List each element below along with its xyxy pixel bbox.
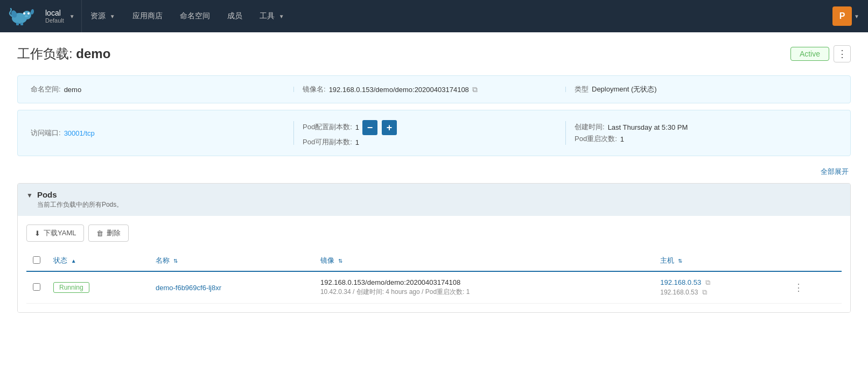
table-header-name[interactable]: 名称 ⇅ bbox=[149, 250, 314, 271]
table-header-checkbox bbox=[26, 250, 47, 271]
cluster-selector[interactable]: local Default ▼ bbox=[39, 0, 82, 32]
page-header: 工作负载: demo Active ⋮ bbox=[17, 45, 851, 62]
more-actions-button[interactable]: ⋮ bbox=[834, 45, 851, 62]
increase-replica-button[interactable]: + bbox=[382, 120, 397, 135]
svg-point-4 bbox=[27, 12, 30, 15]
user-dropdown-icon: ▼ bbox=[854, 13, 859, 19]
cluster-dropdown-icon: ▼ bbox=[69, 13, 75, 19]
host-copy-icon[interactable]: ⧉ bbox=[705, 278, 710, 286]
table-header-image[interactable]: 镜像 ⇅ bbox=[314, 250, 654, 271]
host-secondary-copy-icon[interactable]: ⧉ bbox=[702, 288, 707, 297]
namespace-cell: 命名空间: demo bbox=[31, 85, 293, 94]
port-cell: 访问端口: 30001/tcp bbox=[31, 128, 293, 138]
main-content: 工作负载: demo Active ⋮ 命名空间: demo 镜像名: 192.… bbox=[0, 32, 868, 386]
delete-icon: 🗑 bbox=[96, 229, 103, 237]
tools-dropdown-icon: ▼ bbox=[279, 13, 284, 19]
nav-right: P ▼ bbox=[832, 6, 859, 26]
collapse-arrow-icon[interactable]: ▼ bbox=[26, 192, 33, 199]
pods-section: ▼ Pods 当前工作负载中的所有Pods。 ⬇ 下载YAML 🗑 删除 bbox=[17, 183, 851, 313]
table-row: Running demo-f6b969cf6-lj8xr 192.168.0.1… bbox=[26, 271, 842, 304]
row-checkbox[interactable] bbox=[33, 283, 40, 291]
type-cell: 类型 Deployment (无状态) bbox=[566, 85, 837, 94]
select-all-checkbox[interactable] bbox=[33, 256, 40, 264]
image-sort-icon: ⇅ bbox=[338, 258, 342, 264]
svg-point-3 bbox=[23, 12, 25, 15]
cluster-env: Default bbox=[45, 17, 64, 24]
row-image-cell: 192.168.0.153/demo/demo:20200403174108 1… bbox=[314, 271, 654, 304]
row-status-cell: Running bbox=[47, 271, 149, 304]
svg-point-1 bbox=[23, 11, 31, 19]
name-sort-icon: ⇅ bbox=[173, 258, 178, 264]
brand bbox=[9, 6, 34, 26]
status-badge: Active bbox=[790, 47, 829, 61]
navbar: local Default ▼ 资源 ▼ 应用商店 命名空间 成员 工具 ▼ P… bbox=[0, 0, 868, 32]
svg-rect-7 bbox=[20, 23, 23, 25]
row-checkbox-cell bbox=[26, 271, 47, 304]
svg-point-5 bbox=[25, 15, 28, 17]
decrease-replica-button[interactable]: − bbox=[362, 120, 377, 135]
info-card-2: 访问端口: 30001/tcp Pod配置副本数: 1 − + Pod可用副本数… bbox=[17, 110, 851, 156]
pods-title: Pods bbox=[37, 190, 123, 199]
brand-logo bbox=[9, 6, 34, 26]
cluster-name: local bbox=[45, 9, 64, 17]
nav-item-namespace[interactable]: 命名空间 bbox=[171, 0, 219, 32]
header-actions: Active ⋮ bbox=[790, 45, 851, 62]
user-avatar[interactable]: P bbox=[832, 6, 852, 26]
row-more-cell: ⋮ bbox=[785, 271, 842, 304]
download-yaml-button[interactable]: ⬇ 下载YAML bbox=[26, 224, 84, 242]
download-icon: ⬇ bbox=[34, 229, 40, 237]
delete-button[interactable]: 🗑 删除 bbox=[88, 224, 129, 242]
expand-all-row: 全部展开 bbox=[17, 163, 851, 181]
resources-dropdown-icon: ▼ bbox=[110, 13, 115, 19]
pods-table: 状态 ▲ 名称 ⇅ 镜像 ⇅ 主机 ⇅ bbox=[26, 250, 842, 304]
nav-menu: 资源 ▼ 应用商店 命名空间 成员 工具 ▼ bbox=[82, 0, 832, 32]
row-host-cell: 192.168.0.53 ⧉ 192.168.0.53 ⧉ bbox=[654, 271, 785, 304]
image-cell: 镜像名: 192.168.0.153/demo/demo:20200403174… bbox=[294, 85, 565, 94]
pod-image-secondary: 10.42.0.34 / 创建时间: 4 hours ago / Pod重启次数… bbox=[320, 287, 647, 297]
pod-image-primary: 192.168.0.153/demo/demo:20200403174108 bbox=[320, 278, 647, 286]
row-name-cell: demo-f6b969cf6-lj8xr bbox=[149, 271, 314, 304]
nav-item-appstore[interactable]: 应用商店 bbox=[124, 0, 171, 32]
table-actions: ⬇ 下载YAML 🗑 删除 bbox=[26, 224, 842, 242]
replica-controls: − + bbox=[362, 120, 397, 135]
host-primary-link[interactable]: 192.168.0.53 bbox=[660, 278, 701, 286]
nav-item-resources[interactable]: 资源 ▼ bbox=[82, 0, 124, 32]
nav-item-members[interactable]: 成员 bbox=[219, 0, 251, 32]
table-header-host[interactable]: 主机 ⇅ bbox=[654, 250, 785, 271]
status-sort-icon: ▲ bbox=[71, 258, 76, 264]
table-header-status[interactable]: 状态 ▲ bbox=[47, 250, 149, 271]
replicas-cell: Pod配置副本数: 1 − + Pod可用副本数: 1 bbox=[294, 119, 565, 147]
expand-all-link[interactable]: 全部展开 bbox=[821, 167, 849, 177]
row-more-button[interactable]: ⋮ bbox=[792, 279, 806, 296]
image-copy-icon[interactable]: ⧉ bbox=[472, 85, 478, 94]
svg-rect-6 bbox=[16, 23, 19, 25]
page-title: 工作负载: demo bbox=[17, 45, 110, 62]
pods-header: ▼ Pods 当前工作负载中的所有Pods。 bbox=[18, 184, 850, 216]
pods-subtitle: 当前工作负载中的所有Pods。 bbox=[37, 200, 123, 209]
table-header-actions bbox=[785, 250, 842, 271]
pod-name-link[interactable]: demo-f6b969cf6-lj8xr bbox=[156, 284, 221, 292]
nav-item-tools[interactable]: 工具 ▼ bbox=[251, 0, 293, 32]
row-status-badge: Running bbox=[53, 282, 89, 293]
created-cell: 创建时间: Last Thursday at 5:30 PM Pod重启次数: … bbox=[566, 122, 837, 144]
host-secondary-text: 192.168.0.53 bbox=[660, 289, 698, 296]
host-sort-icon: ⇅ bbox=[678, 258, 682, 264]
info-card-1: 命名空间: demo 镜像名: 192.168.0.153/demo/demo:… bbox=[17, 75, 851, 103]
pods-table-area: ⬇ 下载YAML 🗑 删除 状态 ▲ bbox=[18, 216, 850, 312]
